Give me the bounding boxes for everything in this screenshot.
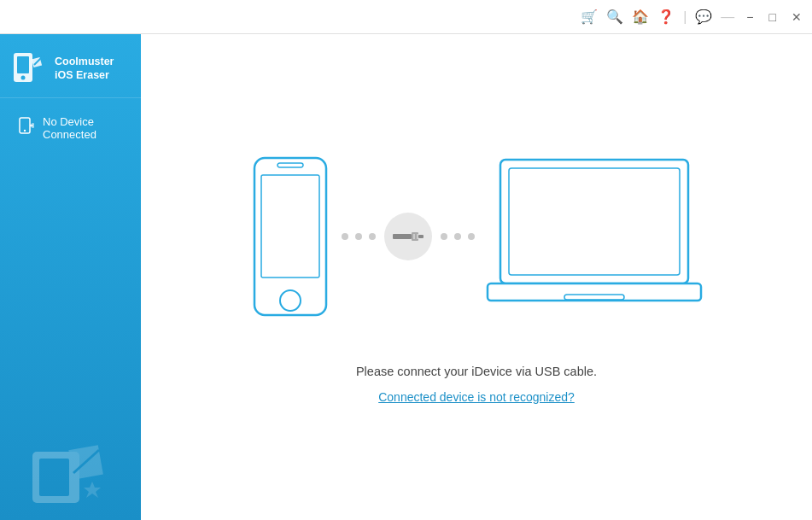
main-content: Please connect your iDevice via USB cabl… [141,34,812,520]
usb-connector [384,213,432,260]
dot-6 [468,233,475,240]
dot-2 [355,233,362,240]
svg-point-9 [50,486,58,494]
left-dots [342,233,376,240]
maximize-button[interactable]: □ [766,9,780,26]
sidebar-logo: Coolmuster iOS Eraser [0,34,141,98]
separator: | [683,9,686,25]
svg-rect-16 [418,235,424,238]
sidebar-item-label: No Device Connected [43,115,124,141]
sidebar: Coolmuster iOS Eraser No Device Connecte… [0,34,141,520]
right-dots [441,233,475,240]
help-icon[interactable]: ❓ [657,9,675,25]
dot-4 [441,233,447,240]
close-button[interactable]: ✕ [788,9,805,26]
separator2: — [721,9,734,25]
minimize-button[interactable]: − [743,9,757,26]
laptop-illustration [483,151,705,322]
sidebar-item-no-device[interactable]: No Device Connected [5,107,136,149]
svg-rect-14 [393,234,412,239]
dot-1 [342,233,348,240]
svg-point-13 [280,290,301,311]
svg-rect-21 [488,283,701,301]
app-body: Coolmuster iOS Eraser No Device Connecte… [0,34,812,520]
sidebar-nav: No Device Connected [0,98,141,151]
svg-point-4 [24,129,26,131]
connect-message: Please connect your iDevice via USB cabl… [356,365,597,378]
search-icon[interactable]: 🔍 [606,9,623,25]
svg-rect-11 [261,175,319,278]
app-title: Coolmuster iOS Eraser [55,55,132,83]
dot-3 [369,233,376,240]
app-logo-icon [9,50,46,87]
svg-rect-18 [417,234,418,239]
usb-icon [393,228,424,245]
svg-rect-20 [509,168,680,275]
cart-icon[interactable]: 🛒 [581,9,598,25]
svg-rect-1 [17,56,29,73]
connect-illustration [248,151,705,322]
not-recognized-link[interactable]: Connected device is not recognized? [378,390,575,404]
svg-point-2 [21,76,26,80]
title-bar: 🛒 🔍 🏠 ❓ | 💬 — − □ ✕ [0,0,812,34]
home-icon[interactable]: 🏠 [632,9,649,25]
title-bar-icons: 🛒 🔍 🏠 ❓ | 💬 — − □ ✕ [581,9,805,26]
phone-illustration [248,151,333,322]
device-icon [17,117,34,140]
sidebar-watermark [0,435,141,511]
svg-rect-17 [413,234,415,239]
feedback-icon[interactable]: 💬 [695,9,712,25]
dot-5 [454,233,461,240]
